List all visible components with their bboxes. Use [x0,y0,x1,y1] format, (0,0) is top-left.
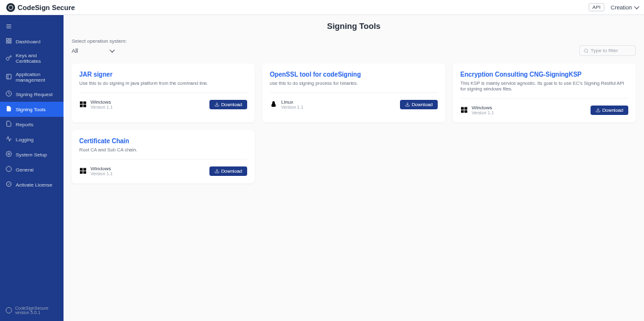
sidebar-item-tools[interactable]: Signing Tools [0,102,64,117]
filter-label: Select operation system: [72,38,127,44]
download-icon [214,168,219,173]
sidebar-item-general[interactable]: General [0,162,64,177]
sidebar-item-label: Dashboard [16,39,40,45]
license-icon [6,181,12,188]
request-icon [6,90,12,98]
os-info: Windows Version 1.1 [79,166,113,176]
tool-card: Encryption Consulting CNG-SigningKSP Thi… [453,63,636,122]
os-version: Version 1.1 [91,171,113,176]
tool-card: JAR signer Use this to do signing in jav… [72,63,255,122]
os-name: Windows [91,99,113,105]
svg-rect-16 [80,105,83,107]
download-button[interactable]: Download [209,166,247,176]
sidebar-item-dashboard[interactable]: Dashboard [0,34,64,49]
header-right: API Creation [589,3,638,11]
download-icon [596,107,601,112]
download-button[interactable]: Download [209,100,247,109]
svg-rect-22 [461,111,464,113]
svg-rect-25 [80,168,83,171]
card-footer: Windows Version 1.1 Download [460,105,628,115]
sidebar-item-setup[interactable]: System Setup [0,147,64,162]
tool-card: Certificate Chain Root CA and Sub CA cha… [72,130,255,183]
svg-point-12 [584,49,587,52]
svg-rect-26 [84,168,87,171]
sidebar-item-label: Activate License [16,182,52,188]
card-title[interactable]: OpenSSL tool for codeSigning [270,71,438,78]
os-version: Version 1.1 [472,111,494,115]
svg-rect-17 [84,105,87,107]
app-name: CodeSign Secure [18,4,75,11]
svg-rect-27 [80,171,83,174]
setup-icon [6,151,12,158]
filter-row: Select operation system: All Type to fil… [72,38,636,56]
os-version: Version 1.1 [281,105,303,109]
search-input[interactable]: Type to filter [579,45,636,56]
os-info: Windows Version 1.1 [79,99,113,109]
os-name: Windows [91,166,113,171]
logging-icon [6,136,12,143]
tool-card: OpenSSL tool for codeSigning use this to… [262,63,445,122]
svg-rect-7 [6,74,11,79]
sidebar-item-label: Logging [16,137,33,143]
card-title[interactable]: JAR signer [79,71,247,78]
chevron-down-icon [634,4,639,9]
chevron-down-icon [109,47,114,52]
sidebar-item-label: Application management [16,72,58,83]
card-footer: Linux Version 1.1 Download [270,99,438,109]
card-description: This KSP is mainly service agnostic. Its… [460,80,628,99]
api-badge[interactable]: API [589,3,604,11]
top-header: CodeSign Secure API Creation [0,0,644,15]
card-footer: Windows Version 1.1 Download [79,99,247,109]
dashboard-icon [6,38,12,45]
main-content: Signing Tools Select operation system: A… [64,15,644,321]
os-filter-select[interactable]: All [72,46,127,56]
svg-rect-6 [9,41,11,43]
sidebar-item-apps[interactable]: Application management [0,68,64,87]
os-version: Version 1.1 [91,105,113,109]
footer-logo-icon [6,307,12,313]
os-name: Linux [281,99,303,105]
svg-rect-15 [84,102,87,104]
sidebar-item-license[interactable]: Activate License [0,177,64,192]
svg-rect-3 [6,38,8,40]
svg-rect-23 [465,111,468,113]
download-button[interactable]: Download [591,106,628,115]
sidebar-footer: CodeSignSecure version 5.0.1 [0,300,64,321]
svg-point-10 [8,153,10,155]
footer-version: version 5.0.1 [15,310,48,315]
user-menu[interactable]: Creation [611,4,638,11]
sidebar-item-request[interactable]: Signing Request [0,87,64,102]
svg-rect-20 [461,107,464,110]
windows-icon [79,101,87,108]
sidebar-item-label: Keys and Certificates [16,53,58,64]
hamburger-menu[interactable] [0,20,64,34]
card-footer: Windows Version 1.1 Download [79,166,247,176]
sidebar-item-label: System Setup [16,152,47,158]
card-title[interactable]: Certificate Chain [79,138,247,144]
page-title: Signing Tools [72,21,636,31]
download-label: Download [412,102,433,107]
card-description: use this to do signing process for binar… [270,80,438,93]
svg-rect-21 [465,107,468,110]
download-label: Download [221,102,242,107]
general-icon [6,166,12,173]
reports-icon [6,121,12,128]
download-icon [214,102,219,107]
filter-value: All [72,48,78,54]
download-icon [405,102,410,107]
sidebar: DashboardKeys and CertificatesApplicatio… [0,15,64,321]
download-label: Download [602,107,623,113]
sidebar-item-key[interactable]: Keys and Certificates [0,49,64,68]
svg-line-13 [587,52,588,52]
download-button[interactable]: Download [400,100,438,109]
card-title[interactable]: Encryption Consulting CNG-SigningKSP [460,71,628,78]
linux-icon [270,101,277,108]
cards-grid: JAR signer Use this to do signing in jav… [72,63,636,183]
search-placeholder: Type to filter [591,48,618,53]
apps-icon [6,73,12,81]
sidebar-item-reports[interactable]: Reports [0,117,64,132]
svg-rect-5 [6,41,8,43]
os-info: Windows Version 1.1 [460,105,494,115]
sidebar-item-logging[interactable]: Logging [0,132,64,147]
card-description: Use this to do signing in java platform … [79,80,247,93]
